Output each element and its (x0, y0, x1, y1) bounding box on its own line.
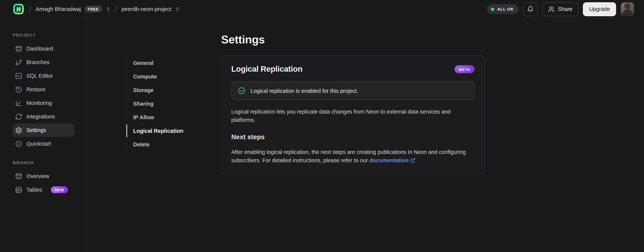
gear-icon (15, 126, 22, 134)
sidebar-item-label: Integrations (26, 114, 55, 120)
beta-badge: BETA (455, 65, 474, 73)
org-name: Amogh Bharadwaj (36, 6, 81, 12)
sidebar-item-label: SQL Editor (26, 73, 53, 79)
history-icon (15, 86, 22, 93)
subnav-item-compute[interactable]: Compute (127, 70, 221, 83)
app: Amogh Bharadwaj FREE peerdb-neon-project… (0, 0, 644, 252)
settings-layout: General Compute Storage Sharing IP Allow… (126, 56, 644, 175)
table-icon (15, 186, 22, 193)
dashboard-icon (15, 45, 22, 52)
sidebar-item-label: Dashboard (26, 46, 53, 52)
user-avatar[interactable] (620, 2, 634, 16)
sidebar-item-label: Tables (26, 187, 42, 193)
circle-check-icon (15, 140, 22, 147)
breadcrumb: Amogh Bharadwaj FREE peerdb-neon-project (12, 3, 180, 15)
window-icon (15, 172, 22, 180)
project-switcher[interactable]: peerdb-neon-project (122, 6, 180, 12)
sidebar-item-label: Monitoring (26, 100, 52, 106)
sidebar-section-branch: BRANCH (13, 160, 86, 165)
topbar-actions: ALL OK Share Upgrade (487, 2, 634, 16)
sidebar-item-overview[interactable]: Overview (12, 170, 74, 183)
plan-badge: FREE (84, 6, 102, 12)
upgrade-button[interactable]: Upgrade (583, 2, 616, 16)
sidebar-item-monitoring[interactable]: Monitoring (12, 96, 74, 110)
card-title: Logical Replication (231, 64, 302, 74)
card-header: Logical Replication BETA (231, 64, 474, 74)
sidebar-item-label: Overview (26, 173, 49, 179)
status-dot (491, 7, 494, 11)
sidebar-item-branches[interactable]: Branches (12, 56, 74, 69)
subnav-item-delete[interactable]: Delete (127, 138, 221, 151)
next-steps-text-body: After enabling logical replication, the … (231, 149, 466, 163)
main-content: Settings General Compute Storage Sharing… (86, 18, 644, 252)
alert-text: Logical replication is enabled for this … (250, 88, 358, 94)
sidebar-item-label: Branches (26, 59, 50, 65)
sidebar-item-label: Settings (26, 127, 46, 133)
card-description: Logical replication lets you replicate d… (231, 108, 474, 124)
sidebar-item-integrations[interactable]: Integrations (12, 110, 74, 123)
status-label: ALL OK (497, 7, 514, 11)
sidebar-item-quickstart[interactable]: Quickstart (12, 137, 74, 150)
success-alert: Logical replication is enabled for this … (231, 82, 474, 100)
new-badge: NEW (51, 186, 68, 193)
subnav-item-storage[interactable]: Storage (127, 83, 221, 97)
check-circle-icon (238, 87, 246, 95)
sidebar-item-sql-editor[interactable]: SQL Editor (12, 69, 74, 82)
up-down-chevrons-icon (106, 6, 110, 12)
git-branch-icon (15, 59, 22, 66)
breadcrumb-slash (114, 6, 118, 13)
share-label: Share (558, 6, 572, 12)
sidebar-item-dashboard[interactable]: Dashboard (12, 42, 74, 56)
neon-logo[interactable] (12, 3, 24, 15)
page-title: Settings (221, 33, 644, 46)
subnav-item-sharing[interactable]: Sharing (127, 97, 221, 110)
sidebar-section-project: PROJECT (13, 33, 86, 37)
external-link-icon[interactable] (410, 158, 415, 163)
documentation-link[interactable]: documentation (369, 157, 408, 163)
subnav-item-ip-allow[interactable]: IP Allow (127, 110, 221, 124)
users-icon (548, 6, 554, 12)
project-name: peerdb-neon-project (122, 6, 172, 12)
share-button[interactable]: Share (542, 2, 578, 16)
logical-replication-card: Logical Replication BETA Logical replica… (221, 56, 485, 175)
sidebar-item-restore[interactable]: Restore (12, 82, 74, 96)
sidebar-item-label: Restore (26, 86, 46, 92)
status-badge[interactable]: ALL OK (487, 4, 519, 14)
sidebar-item-settings[interactable]: Settings (12, 123, 74, 137)
up-down-chevrons-icon (175, 6, 180, 12)
next-steps-text: After enabling logical replication, the … (231, 148, 474, 164)
sidebar: PROJECT Dashboard Branches SQL Editor (0, 18, 86, 252)
notifications-button[interactable] (523, 2, 538, 16)
topbar: Amogh Bharadwaj FREE peerdb-neon-project… (0, 0, 644, 18)
breadcrumb-slash (29, 6, 32, 13)
integrations-icon (15, 113, 22, 120)
shell: PROJECT Dashboard Branches SQL Editor (0, 18, 644, 252)
next-steps-title: Next steps (231, 133, 474, 141)
sidebar-item-tables[interactable]: Tables NEW (12, 183, 74, 196)
subnav-item-general[interactable]: General (127, 56, 221, 70)
terminal-icon (15, 72, 22, 80)
org-switcher[interactable]: Amogh Bharadwaj FREE (36, 6, 110, 12)
subnav-item-logical-replication[interactable]: Logical Replication (127, 124, 221, 138)
chart-icon (15, 100, 22, 106)
sidebar-item-label: Quickstart (26, 141, 51, 147)
bell-icon (527, 6, 534, 12)
settings-subnav: General Compute Storage Sharing IP Allow… (126, 56, 221, 152)
